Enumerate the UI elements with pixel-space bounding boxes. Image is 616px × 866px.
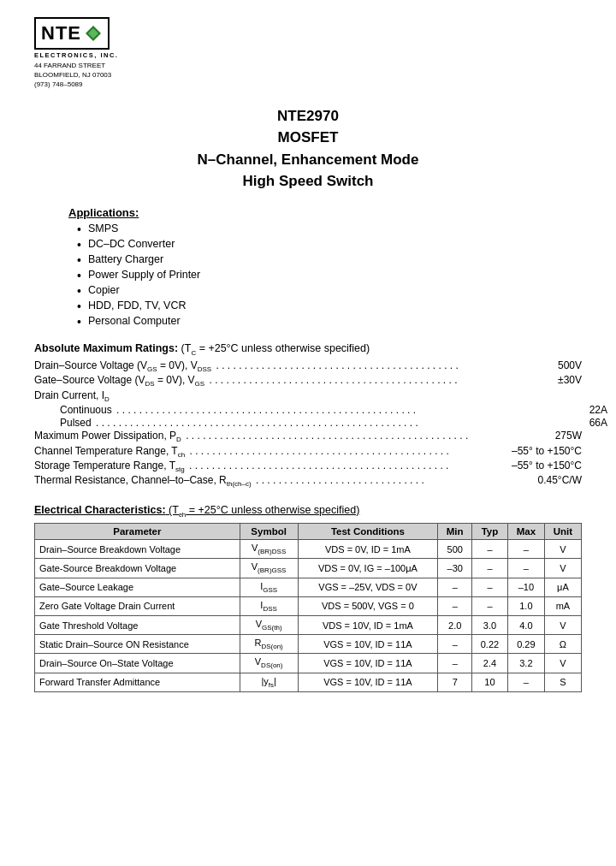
max-igss: –10 (507, 578, 544, 596)
max-vdson: 3.2 (507, 654, 544, 673)
unit-igss: μA (544, 578, 581, 596)
typ-igss: – (472, 578, 508, 596)
param-vdson: Drain–Source On–State Voltage (35, 654, 240, 673)
header: NTE ELECTRONICS, INC. 44 FARRAND STREET … (34, 17, 582, 90)
typ-vgsth: 3.0 (472, 616, 508, 635)
cond-vdson: VGS = 10V, ID = 11A (298, 654, 438, 673)
cond-yfs: VGS = 10V, ID = 11A (298, 673, 438, 691)
cond-vgsth: VDS = 10V, ID = 1mA (298, 616, 438, 635)
table-header-row: Parameter Symbol Test Conditions Min Typ… (35, 524, 582, 540)
abs-row-tstg: Storage Temperature Range, Tstg . . . . … (34, 460, 582, 473)
table-row: Drain–Source Breakdown Voltage V(BR)DSS … (35, 540, 582, 559)
list-item: HDD, FDD, TV, VCR (77, 300, 582, 313)
max-rdson: 0.29 (507, 635, 544, 654)
cond-vbrgss: VDS = 0V, IG = –100μA (298, 559, 438, 578)
absolute-max-section: Absolute Maximum Ratings: (TC = +25°C un… (34, 342, 582, 489)
param-yfs: Forward Transfer Admittance (35, 673, 240, 691)
typ-rdson: 0.22 (472, 635, 508, 654)
unit-vbrgss: V (544, 559, 581, 578)
table-row: Gate–Source Leakage IGSS VGS = –25V, VDS… (35, 578, 582, 596)
title-section: NTE2970 MOSFET N–Channel, Enhancement Mo… (34, 105, 582, 193)
table-row: Forward Transfer Admittance |yfs| VGS = … (35, 673, 582, 691)
applications-list: SMPS DC–DC Converter Battery Charger Pow… (77, 222, 582, 329)
max-vgsth: 4.0 (507, 616, 544, 635)
abs-row-vdss: Drain–Source Voltage (VGS = 0V), VDSS . … (34, 359, 582, 373)
unit-idss: mA (544, 596, 581, 615)
elec-char-heading: Electrical Characteristics: (Tch = +25°C… (34, 504, 582, 519)
list-item: Copier (77, 284, 582, 298)
sym-vbrgss: V(BR)GSS (240, 559, 298, 578)
abs-row-tch: Channel Temperature Range, Tch . . . . .… (34, 445, 582, 459)
table-row: Gate Threshold Voltage VGS(th) VDS = 10V… (35, 616, 582, 635)
logo-block: NTE ELECTRONICS, INC. 44 FARRAND STREET … (34, 17, 118, 90)
unit-vbrdss: V (544, 540, 581, 559)
elec-char-condition: (Tch = +25°C unless otherwise specified) (169, 504, 359, 516)
abs-row-id-label: Drain Current, ID (34, 389, 582, 403)
abs-max-condition: (TC = +25°C unless otherwise specified) (181, 342, 370, 354)
address-line3: (973) 748–5089 (34, 80, 111, 89)
sym-vbrdss: V(BR)DSS (240, 540, 298, 559)
list-item: SMPS (77, 222, 582, 236)
typ-vbrgss: – (472, 559, 508, 578)
typ-idss: – (472, 596, 508, 615)
abs-max-heading: Absolute Maximum Ratings: (TC = +25°C un… (34, 342, 582, 357)
param-vbrdss: Drain–Source Breakdown Voltage (35, 540, 240, 559)
min-igss: – (438, 578, 472, 596)
unit-vgsth: V (544, 616, 581, 635)
sym-idss: IDSS (240, 596, 298, 615)
page-title: NTE2970 MOSFET N–Channel, Enhancement Mo… (34, 105, 582, 193)
col-typ: Typ (472, 524, 508, 540)
device-desc1: N–Channel, Enhancement Mode (34, 149, 582, 171)
max-vbrdss: – (507, 540, 544, 559)
list-item: Personal Computer (77, 315, 582, 329)
unit-rdson: Ω (544, 635, 581, 654)
sym-vdson: VDS(on) (240, 654, 298, 673)
param-idss: Zero Gate Voltage Drain Current (35, 596, 240, 615)
logo-nte-text: NTE (41, 22, 81, 44)
table-row: Static Drain–Source ON Resistance RDS(on… (35, 635, 582, 654)
min-vdson: – (438, 654, 472, 673)
sym-yfs: |yfs| (240, 673, 298, 691)
list-item: DC–DC Converter (77, 238, 582, 252)
electrical-char-section: Electrical Characteristics: (Tch = +25°C… (34, 504, 582, 692)
cond-idss: VDS = 500V, VGS = 0 (298, 596, 438, 615)
logo-subtitle: ELECTRONICS, INC. (34, 51, 118, 59)
col-unit: Unit (544, 524, 581, 540)
min-vbrgss: –30 (438, 559, 472, 578)
cond-igss: VGS = –25V, VDS = 0V (298, 578, 438, 596)
applications-section: Applications: SMPS DC–DC Converter Batte… (68, 206, 582, 329)
address-line2: BLOOMFIELD, NJ 07003 (34, 70, 111, 80)
address-line1: 44 FARRAND STREET (34, 61, 111, 70)
param-igss: Gate–Source Leakage (35, 578, 240, 596)
sym-igss: IGSS (240, 578, 298, 596)
col-min: Min (438, 524, 472, 540)
typ-vbrdss: – (472, 540, 508, 559)
logo-address: 44 FARRAND STREET BLOOMFIELD, NJ 07003 (… (34, 61, 111, 90)
param-vgsth: Gate Threshold Voltage (35, 616, 240, 635)
logo-box: NTE (34, 17, 110, 50)
table-row: Drain–Source On–State Voltage VDS(on) VG… (35, 654, 582, 673)
logo-diamond-icon (84, 24, 103, 43)
min-yfs: 7 (438, 673, 472, 691)
col-max: Max (507, 524, 544, 540)
abs-row-rth: Thermal Resistance, Channel–to–Case, Rth… (34, 474, 582, 488)
col-conditions: Test Conditions (298, 524, 438, 540)
electrical-table: Parameter Symbol Test Conditions Min Typ… (34, 523, 582, 692)
list-item: Power Supply of Printer (77, 269, 582, 282)
max-vbrgss: – (507, 559, 544, 578)
col-parameter: Parameter (35, 524, 240, 540)
sym-vgsth: VGS(th) (240, 616, 298, 635)
max-yfs: – (507, 673, 544, 691)
cond-rdson: VGS = 10V, ID = 11A (298, 635, 438, 654)
unit-yfs: S (544, 673, 581, 691)
abs-row-continuous: Continuous . . . . . . . . . . . . . . .… (60, 404, 607, 416)
param-vbrgss: Gate-Source Breakdown Voltage (35, 559, 240, 578)
list-item: Battery Charger (77, 253, 582, 267)
min-rdson: – (438, 635, 472, 654)
max-idss: 1.0 (507, 596, 544, 615)
cond-vbrdss: VDS = 0V, ID = 1mA (298, 540, 438, 559)
typ-vdson: 2.4 (472, 654, 508, 673)
col-symbol: Symbol (240, 524, 298, 540)
param-rdson: Static Drain–Source ON Resistance (35, 635, 240, 654)
min-idss: – (438, 596, 472, 615)
